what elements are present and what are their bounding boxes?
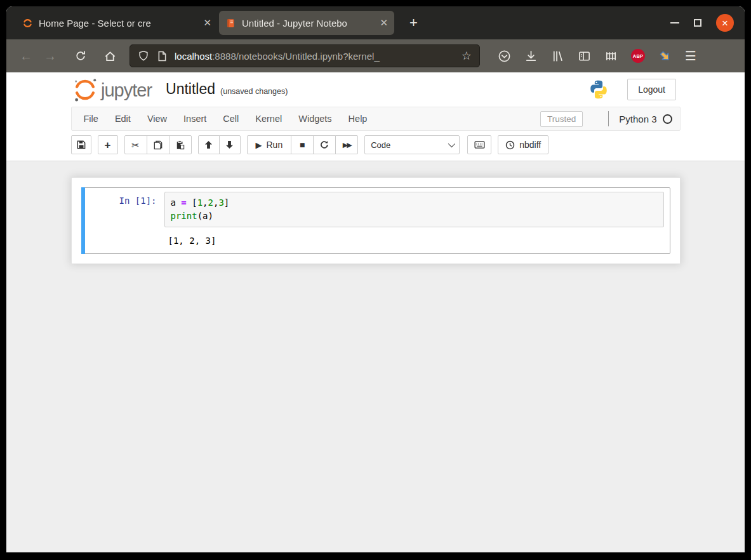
trusted-badge: Trusted <box>540 111 583 127</box>
url-bar[interactable]: localhost:8888/notebooks/Untitled.ipynb?… <box>130 44 480 67</box>
new-tab-button[interactable]: + <box>404 15 423 31</box>
restart-icon <box>320 140 329 149</box>
extension-arrow-icon[interactable] <box>658 50 672 63</box>
chevron-down-icon <box>448 140 455 147</box>
titlebar: Home Page - Select or cre ✕ Untitled - J… <box>6 6 745 39</box>
paste-cell-button[interactable] <box>169 135 192 154</box>
nbdiff-button[interactable]: nbdiff <box>498 135 548 154</box>
notebook-toolbar: + ✂ <box>71 135 681 161</box>
notebook-area: In [1]: a = [1,2,3] print(a) [1, 2, 3] <box>6 161 745 552</box>
url-host: localhost <box>175 51 212 62</box>
bookmark-star-icon[interactable]: ☆ <box>462 49 472 63</box>
restart-kernel-button[interactable] <box>313 135 336 154</box>
sidebar-icon[interactable] <box>578 50 591 63</box>
window-controls: × <box>670 14 734 32</box>
menu-kernel[interactable]: Kernel <box>247 114 290 124</box>
jupyter-page: jupyter Untitled (unsaved changes) Logou… <box>6 72 745 552</box>
interrupt-kernel-button[interactable]: ■ <box>291 135 314 154</box>
stop-icon: ■ <box>300 140 305 149</box>
jupyter-header: jupyter Untitled (unsaved changes) Logou… <box>6 72 745 106</box>
code-cell[interactable]: In [1]: a = [1,2,3] print(a) [1, 2, 3] <box>81 187 670 254</box>
move-up-button[interactable] <box>198 135 220 154</box>
add-cell-button[interactable]: + <box>98 135 118 154</box>
page-icon[interactable] <box>157 51 167 62</box>
tab-home-page[interactable]: Home Page - Select or cre ✕ <box>16 11 218 35</box>
divider <box>608 111 609 126</box>
run-icon: ▶ <box>256 141 262 149</box>
menu-edit[interactable]: Edit <box>107 114 139 124</box>
logout-button[interactable]: Logout <box>627 79 676 100</box>
menubar: File Edit View Insert Cell Kernel Widget… <box>71 107 681 131</box>
tab-close-icon[interactable]: ✕ <box>203 17 211 29</box>
menubar-right: Trusted Python 3 <box>540 111 676 127</box>
menu-widgets[interactable]: Widgets <box>290 114 340 124</box>
edit-group: ✂ <box>124 135 192 154</box>
save-button[interactable] <box>71 135 91 154</box>
move-down-icon <box>225 140 234 149</box>
tab-close-icon[interactable]: ✕ <box>380 17 388 29</box>
url-path: :8888/notebooks/Untitled.ipynb?kernel_ <box>212 51 380 62</box>
checkpoint-status: (unsaved changes) <box>220 87 288 96</box>
nbdiff-label: nbdiff <box>519 140 541 150</box>
input-prompt: In [1]: <box>85 192 164 227</box>
tab-title: Untitled - Jupyter Notebo <box>242 18 376 29</box>
cut-icon: ✂ <box>131 140 140 150</box>
browser-window: Home Page - Select or cre ✕ Untitled - J… <box>6 6 745 552</box>
menu-icon[interactable]: ☰ <box>685 48 696 63</box>
adblock-icon[interactable]: ABP <box>631 49 645 63</box>
copy-cell-button[interactable] <box>147 135 169 154</box>
cell-type-value: Code <box>371 140 390 150</box>
minimize-button[interactable] <box>670 22 679 23</box>
cell-type-select[interactable]: Code <box>364 135 460 154</box>
containers-icon[interactable] <box>604 50 618 63</box>
menu-help[interactable]: Help <box>340 114 376 124</box>
move-group <box>198 135 241 154</box>
move-up-icon <box>204 140 213 149</box>
code-input[interactable]: a = [1,2,3] print(a) <box>164 192 664 227</box>
clock-icon <box>505 140 515 150</box>
shield-icon[interactable] <box>138 50 149 62</box>
menubar-wrap: File Edit View Insert Cell Kernel Widget… <box>6 106 745 131</box>
reload-icon[interactable] <box>70 45 91 67</box>
jupyter-favicon <box>22 18 33 29</box>
output-row: [1, 2, 3] <box>85 233 667 248</box>
url-text[interactable]: localhost:8888/notebooks/Untitled.ipynb?… <box>175 51 456 62</box>
command-palette-button[interactable] <box>467 135 491 154</box>
jupyter-wordmark[interactable]: jupyter <box>101 80 152 101</box>
run-group: ▶ Run ■ ▶▶ <box>247 135 359 154</box>
tab-untitled-notebook[interactable]: Untitled - Jupyter Notebo ✕ <box>219 11 394 35</box>
jupyter-logo[interactable] <box>72 75 98 104</box>
restart-run-all-button[interactable]: ▶▶ <box>335 135 358 154</box>
notebook-title[interactable]: Untitled <box>166 81 215 98</box>
keyboard-icon <box>474 141 485 149</box>
download-icon[interactable] <box>524 50 538 63</box>
browser-navbar: ← → localhost:8888/notebooks/Untitled.ip… <box>6 39 745 72</box>
cut-cell-button[interactable]: ✂ <box>124 135 147 154</box>
maximize-button[interactable] <box>694 19 701 27</box>
menu-cell[interactable]: Cell <box>215 114 247 124</box>
menu-view[interactable]: View <box>139 114 175 124</box>
paste-icon <box>176 140 185 150</box>
close-button[interactable]: × <box>716 14 734 32</box>
menu-file[interactable]: File <box>76 114 107 124</box>
run-button[interactable]: ▶ Run <box>247 135 292 154</box>
output-prompt <box>85 233 164 248</box>
library-icon[interactable] <box>551 50 564 63</box>
add-cell-icon: + <box>105 140 111 150</box>
kernel-idle-icon <box>663 114 672 124</box>
home-icon[interactable] <box>99 45 121 67</box>
python-logo <box>588 79 609 100</box>
pocket-icon[interactable] <box>498 50 511 63</box>
kernel-name: Python 3 <box>619 114 656 124</box>
move-down-button[interactable] <box>219 135 241 154</box>
run-label: Run <box>267 140 283 150</box>
copy-icon <box>154 140 163 150</box>
save-icon <box>77 140 86 149</box>
notebook-container: In [1]: a = [1,2,3] print(a) [1, 2, 3] <box>71 177 681 264</box>
menu-insert[interactable]: Insert <box>175 114 215 124</box>
navbar-extensions: ABP ☰ <box>498 48 696 63</box>
forward-icon[interactable]: → <box>39 45 61 67</box>
back-icon[interactable]: ← <box>15 45 37 67</box>
input-row: In [1]: a = [1,2,3] print(a) <box>85 192 667 227</box>
output-text: [1, 2, 3] <box>164 233 216 248</box>
